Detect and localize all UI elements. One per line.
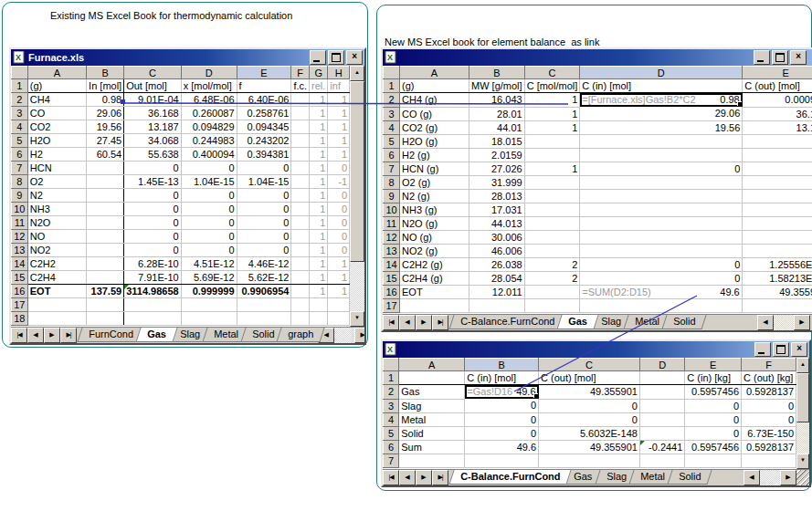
- cell-E6[interactable]: [743, 148, 812, 162]
- cell-A17[interactable]: [27, 298, 86, 312]
- row-header-5[interactable]: 5: [384, 134, 400, 148]
- tab-last-button[interactable]: [432, 470, 448, 485]
- cell-D17[interactable]: [181, 298, 237, 312]
- sheet-tab-graph[interactable]: graph: [277, 328, 325, 342]
- sheet-tab-Gas[interactable]: Gas: [557, 315, 599, 329]
- cell-F12[interactable]: [291, 230, 310, 244]
- cell-E3[interactable]: 0: [685, 399, 742, 412]
- cell-G10[interactable]: 1: [310, 203, 328, 216]
- cell-E17[interactable]: [237, 298, 291, 312]
- column-header-D[interactable]: D: [580, 67, 743, 79]
- cell-F9[interactable]: [291, 189, 310, 203]
- row-header-9[interactable]: 9: [12, 189, 28, 203]
- tab-first-button[interactable]: [383, 315, 399, 330]
- cell-H8[interactable]: -1: [328, 175, 350, 189]
- cell-E18[interactable]: [237, 312, 291, 326]
- cell-F10[interactable]: [291, 203, 310, 216]
- row-header-15[interactable]: 15: [12, 271, 28, 285]
- cell-B2[interactable]: 0.98: [87, 93, 124, 107]
- furnace-titlebar[interactable]: X Furnace.xls ×: [11, 49, 364, 66]
- cell-G6[interactable]: 1: [310, 148, 328, 162]
- row-header-17[interactable]: 17: [12, 298, 28, 312]
- cell-E4[interactable]: 0: [685, 412, 742, 426]
- column-header-E[interactable]: E: [743, 67, 812, 79]
- cell-E4[interactable]: 13.187: [743, 120, 812, 134]
- tab-last-button[interactable]: [60, 328, 77, 343]
- cell-D4[interactable]: 0.094829: [181, 120, 237, 134]
- cell-B18[interactable]: [87, 312, 124, 326]
- cell-D17[interactable]: [580, 299, 743, 313]
- cell-E13[interactable]: 0: [237, 244, 291, 257]
- cell-B3[interactable]: 0: [465, 399, 539, 412]
- cell-E15[interactable]: 1.58213E-09: [743, 271, 812, 285]
- cell-E2[interactable]: 0.5957456: [685, 385, 742, 400]
- close-button[interactable]: ×: [791, 342, 807, 357]
- cell-H9[interactable]: 0: [328, 189, 350, 203]
- cell-A7[interactable]: HCN (g): [400, 162, 469, 175]
- cell-F15[interactable]: [291, 271, 310, 285]
- cell-H17[interactable]: [328, 298, 350, 312]
- resize-grip[interactable]: [796, 470, 809, 485]
- row-header-9[interactable]: 9: [384, 189, 400, 203]
- column-header-B[interactable]: B: [87, 67, 124, 79]
- cell-A9[interactable]: N2 (g): [400, 189, 469, 203]
- cell-A18[interactable]: [27, 312, 86, 326]
- row-header-3[interactable]: 3: [12, 107, 28, 120]
- column-header-B[interactable]: B: [465, 359, 539, 371]
- cell-A11[interactable]: N2O: [27, 216, 86, 230]
- cell-F7[interactable]: [291, 162, 310, 175]
- vertical-scrollbar[interactable]: [350, 66, 364, 327]
- row-header-18[interactable]: 18: [12, 312, 28, 326]
- scroll-up-button[interactable]: [796, 358, 809, 373]
- scrollbar-thumb[interactable]: [796, 373, 809, 422]
- cell-H3[interactable]: 1: [328, 107, 350, 120]
- cell-B11[interactable]: [87, 216, 124, 230]
- cell-A4[interactable]: CO2: [27, 120, 86, 134]
- cell-H10[interactable]: 0: [328, 203, 350, 216]
- cell-F4[interactable]: [291, 120, 310, 134]
- cell-F2[interactable]: [291, 93, 310, 107]
- close-button[interactable]: ×: [346, 50, 363, 65]
- sheet-tab-Solid[interactable]: Solid: [661, 315, 707, 329]
- cell-C2[interactable]: 9.01E-04: [124, 93, 182, 107]
- scroll-right-button[interactable]: [354, 328, 364, 343]
- column-header-A[interactable]: A: [399, 359, 465, 371]
- row-header-2[interactable]: 2: [12, 93, 28, 107]
- cell-E5[interactable]: [743, 134, 812, 148]
- cell-C15[interactable]: 7.91E-10: [124, 271, 182, 285]
- cell-H11[interactable]: 0: [328, 216, 350, 230]
- row-header-1[interactable]: 1: [12, 79, 28, 93]
- cell-H4[interactable]: 1: [328, 120, 350, 134]
- scrollbar-thumb[interactable]: [350, 81, 364, 262]
- cell-F14[interactable]: [291, 257, 310, 271]
- cell-E14[interactable]: 1.25556E-09: [743, 257, 812, 271]
- cell-H6[interactable]: 1: [328, 148, 350, 162]
- cell-B5[interactable]: 0: [465, 426, 539, 440]
- cell-C12[interactable]: 0: [124, 230, 182, 244]
- scroll-down-button[interactable]: [796, 454, 809, 469]
- minimize-button[interactable]: [754, 50, 770, 65]
- cell-F18[interactable]: [291, 312, 310, 326]
- cell-F16[interactable]: [291, 285, 310, 298]
- cell-C7[interactable]: 1: [524, 162, 580, 175]
- sheet-tab-Solid[interactable]: Solid: [667, 470, 712, 485]
- cell-H16[interactable]: 1: [328, 285, 350, 298]
- cell-E3[interactable]: 0.258761: [237, 107, 291, 120]
- cell-B2[interactable]: 16.043: [469, 93, 525, 108]
- row-header-11[interactable]: 11: [384, 216, 400, 230]
- row-header-12[interactable]: 12: [384, 230, 400, 244]
- cell-E1[interactable]: C (out) [mol]: [743, 79, 812, 93]
- cell-G11[interactable]: 1: [310, 216, 328, 230]
- cell-C17[interactable]: [524, 299, 580, 313]
- cell-B1[interactable]: C (in) [mol]: [465, 371, 539, 385]
- row-header-17[interactable]: 17: [384, 299, 400, 313]
- column-header-G[interactable]: G: [310, 67, 328, 79]
- tab-next-button[interactable]: [416, 470, 432, 485]
- cell-E7[interactable]: 0: [237, 162, 291, 175]
- cell-G3[interactable]: 1: [310, 107, 328, 120]
- cell-D5[interactable]: [639, 426, 684, 440]
- cell-C1[interactable]: Out [mol]: [124, 79, 182, 93]
- scroll-right-button[interactable]: [780, 470, 796, 485]
- cell-D10[interactable]: 0: [181, 203, 237, 216]
- select-all-corner[interactable]: [384, 359, 399, 371]
